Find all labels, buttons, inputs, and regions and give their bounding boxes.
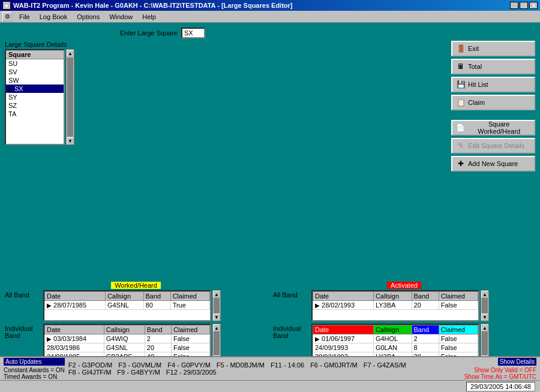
activated-panel: All Band Date Callsign Band Claimed xyxy=(273,290,535,363)
edit-icon: ✎ xyxy=(456,141,466,150)
menu-help[interactable]: Help xyxy=(137,12,161,22)
act-indiv-scroll-track xyxy=(482,331,488,355)
act-all-scrollbar[interactable]: ▲ ▼ xyxy=(481,290,489,321)
wh-indiv-col-callsign: Callsign xyxy=(104,325,145,334)
act-all-date-1: ▶ 28/02/1993 xyxy=(313,301,374,310)
key-f12: F12 - 29/03/2005 xyxy=(166,369,217,376)
wh-all-band-col-claimed: Claimed xyxy=(170,292,209,301)
add-new-square-button[interactable]: ✚ Add New Square xyxy=(451,156,535,171)
act-all-band-1: 20 xyxy=(412,301,439,310)
key-f5: F5 - MD0BJM/M xyxy=(217,361,265,369)
menu-logbook[interactable]: Log Book xyxy=(35,12,72,22)
exit-button[interactable]: 🚪 Exit xyxy=(451,41,535,56)
wh-all-band-table-wrapper: Date Callsign Band Claimed ▶ 28/07/1985 xyxy=(43,290,211,321)
square-list-item-SU[interactable]: SU xyxy=(6,59,64,68)
act-all-scroll-down[interactable]: ▼ xyxy=(481,313,488,321)
hit-list-icon: 💾 xyxy=(456,80,466,89)
act-indiv-col-callsign: Callsign xyxy=(373,325,412,334)
act-all-col-claimed: Claimed xyxy=(439,292,478,301)
square-list-scrollbar[interactable]: ▲ ▼ xyxy=(66,49,74,145)
wh-indiv-callsign-1: G4WIQ xyxy=(104,334,145,343)
large-square-details-panel: Large Square Details Square SU SV SW ▶SX… xyxy=(5,41,89,171)
wh-all-band-col-band: Band xyxy=(143,292,170,301)
wh-indiv-row-1[interactable]: ▶ 03/03/1984 G4WIQ 2 False xyxy=(45,334,210,343)
key-f3: F3 - G0VML/M xyxy=(118,361,161,369)
wh-indiv-claimed-2: False xyxy=(172,343,210,352)
act-all-row-1[interactable]: ▶ 28/02/1993 LY3BA 20 False xyxy=(313,301,478,310)
menu-file[interactable]: File xyxy=(14,12,35,22)
show-time-as: Show Time As = GMT/UTC xyxy=(464,373,536,380)
square-list-item-SV[interactable]: SV xyxy=(6,68,64,76)
wh-allband-scroll-down[interactable]: ▼ xyxy=(213,313,220,321)
wh-all-band-band-1: 80 xyxy=(143,301,170,310)
worked-heard-label: Worked/Heard xyxy=(111,282,161,289)
wh-indiv-band-2: 20 xyxy=(145,343,171,352)
large-square-details-label: Large Square Details xyxy=(5,41,89,48)
enter-large-square-input[interactable] xyxy=(181,28,205,38)
hit-list-button[interactable]: 💾 Hit List xyxy=(451,77,535,92)
act-indiv-date-1: ▶ 01/06/1997 xyxy=(313,334,374,343)
act-indiv-callsign-1: G4HOL xyxy=(373,334,412,343)
maximize-button[interactable]: □ xyxy=(520,2,528,9)
act-all-col-callsign: Callsign xyxy=(373,292,412,301)
square-list-item-TA[interactable]: TA xyxy=(6,110,64,118)
menu-window[interactable]: Window xyxy=(104,12,137,22)
edit-square-details-button[interactable]: ✎ Edit Square Details xyxy=(451,138,535,153)
act-indiv-band-1: 2 xyxy=(412,334,439,343)
wh-allband-scroll-track xyxy=(214,298,220,313)
add-square-icon: ✚ xyxy=(456,159,466,168)
wh-indiv-band-1: 2 xyxy=(145,334,171,343)
wh-indiv-row-2[interactable]: 28/03/1986 G4SNL 20 False xyxy=(45,343,210,352)
square-worked-heard-button[interactable]: 📄 Square Worked/Heard xyxy=(451,120,535,135)
wh-indiv-claimed-1: False xyxy=(172,334,210,343)
key-f4: F4 - G0PVY/M xyxy=(167,361,211,369)
wh-all-band-label: All Band xyxy=(5,290,41,298)
square-list-item-SW[interactable]: SW xyxy=(6,76,64,85)
app-menu-icon[interactable]: ⚙ xyxy=(2,12,12,22)
act-indiv-row-2[interactable]: 24/09/1993 G0LAN 8 False xyxy=(313,343,478,352)
scroll-down-arrow[interactable]: ▼ xyxy=(67,137,74,144)
exit-icon: 🚪 xyxy=(456,44,466,53)
app-icon: ■ xyxy=(2,1,11,10)
act-indiv-claimed-1: False xyxy=(439,334,478,343)
show-details-badge: Show Details xyxy=(498,358,536,366)
key-f7: F7 - G4ZAS/M xyxy=(364,361,406,369)
close-button[interactable]: ✕ xyxy=(529,2,538,9)
square-list-item-SY[interactable]: SY xyxy=(6,93,64,101)
act-all-scroll-up[interactable]: ▲ xyxy=(481,291,488,298)
wh-allband-scroll-up[interactable]: ▲ xyxy=(213,291,220,298)
menu-bar: ⚙ File Log Book Options Window Help xyxy=(0,11,540,23)
menu-options[interactable]: Options xyxy=(72,12,104,22)
scroll-up-arrow[interactable]: ▲ xyxy=(67,50,74,57)
act-indiv-claimed-2: False xyxy=(439,343,478,352)
key-f2: F2 - G3POD/M xyxy=(68,361,112,369)
wh-all-band-row-1[interactable]: ▶ 28/07/1985 G4SNL 80 True xyxy=(45,301,210,310)
constant-awards-status: Constant Awards = ON xyxy=(4,367,65,373)
worked-heard-panel: All Band Date Callsign Band Claimed xyxy=(5,290,267,363)
status-bar: Auto Updates Constant Awards = ON Timed … xyxy=(0,356,540,380)
act-individual-band-label: IndividualBand xyxy=(273,324,309,339)
window-title: WAB-IT2 Program - Kevin Hale - G0AKH - C… xyxy=(13,2,293,9)
square-list-item-SX[interactable]: ▶SX xyxy=(6,85,64,93)
total-button[interactable]: 🖩 Total xyxy=(451,59,535,74)
act-indiv-col-date: Date xyxy=(313,325,374,334)
act-indiv-col-band: Band xyxy=(412,325,439,334)
auto-updates-badge: Auto Updates xyxy=(4,358,65,366)
act-all-band-table-wrapper: Date Callsign Band Claimed ▶ 28/02/1993 xyxy=(311,290,479,321)
wh-indiv-scroll-up[interactable]: ▲ xyxy=(213,324,220,331)
wh-all-band-claimed-1: True xyxy=(170,301,209,310)
act-all-callsign-1: LY3BA xyxy=(373,301,412,310)
wh-all-band-callsign-1: G4SNL xyxy=(105,301,143,310)
act-indiv-scroll-up[interactable]: ▲ xyxy=(481,324,488,331)
act-all-col-band: Band xyxy=(412,292,439,301)
claim-button[interactable]: 📋 Claim xyxy=(451,95,535,110)
act-indiv-row-1[interactable]: ▶ 01/06/1997 G4HOL 2 False xyxy=(313,334,478,343)
claim-icon: 📋 xyxy=(456,98,466,107)
wh-indiv-date-2: 28/03/1986 xyxy=(45,343,104,352)
act-all-band-table: Date Callsign Band Claimed ▶ 28/02/1993 xyxy=(313,291,478,310)
act-indiv-band-2: 8 xyxy=(412,343,439,352)
square-list-item-SZ[interactable]: SZ xyxy=(6,101,64,110)
minimize-button[interactable]: _ xyxy=(510,2,518,9)
act-indiv-date-2: 24/09/1993 xyxy=(313,343,374,352)
wh-all-band-scrollbar[interactable]: ▲ ▼ xyxy=(212,290,221,321)
